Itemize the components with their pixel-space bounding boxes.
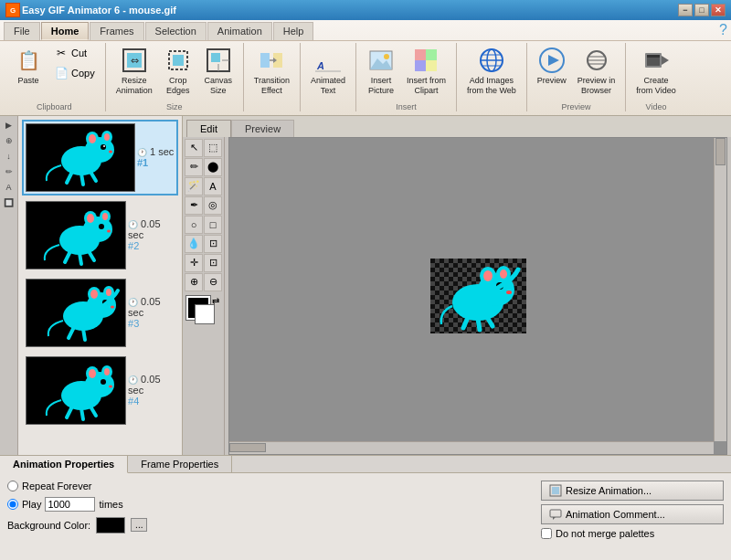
- copy-icon: 📄: [54, 66, 69, 80]
- select-tool[interactable]: ↖: [185, 139, 203, 157]
- text-tool[interactable]: A: [204, 177, 222, 195]
- tool-row-3: 🪄 A: [185, 177, 222, 195]
- tool-row-1: ↖ ⬚: [185, 139, 222, 157]
- bg-color-row: Background Color: ...: [7, 517, 523, 534]
- create-video-button[interactable]: Createfrom Video: [631, 43, 680, 99]
- left-tool-2[interactable]: ⊕: [2, 133, 16, 148]
- scrollbar-thumb-v[interactable]: [715, 138, 726, 165]
- play-radio[interactable]: [7, 499, 18, 510]
- cut-button[interactable]: ✂ Cut: [49, 43, 100, 63]
- repeat-forever-radio[interactable]: [7, 481, 18, 491]
- tab-animation[interactable]: Animation: [207, 22, 272, 40]
- frame-info-1: 🕐 1 sec #1: [137, 146, 174, 168]
- repeat-forever-option[interactable]: Repeat Forever: [7, 481, 523, 491]
- left-tool-6[interactable]: 🔲: [2, 195, 16, 210]
- tab-help[interactable]: Help: [273, 22, 314, 40]
- move-tool[interactable]: ✛: [185, 254, 203, 272]
- resize-label: ResizeAnimation: [116, 76, 153, 96]
- rect-select-tool[interactable]: ⬚: [204, 139, 222, 157]
- tab-edit[interactable]: Edit: [186, 120, 231, 137]
- minimize-button[interactable]: −: [678, 4, 693, 16]
- frames-panel: 🕐 1 sec #1: [18, 116, 183, 455]
- insert-picture-button[interactable]: InsertPicture: [362, 43, 400, 99]
- left-tool-4[interactable]: ✏: [2, 164, 16, 179]
- svg-line-96: [487, 317, 493, 326]
- oval-tool[interactable]: ○: [185, 216, 203, 234]
- frame-item-2[interactable]: 🕐 0.05 sec #2: [22, 197, 178, 273]
- tab-home[interactable]: Home: [41, 22, 90, 40]
- horizontal-scrollbar[interactable]: [229, 441, 714, 454]
- resize-animation-prop-button[interactable]: Resize Animation...: [541, 481, 724, 501]
- paste-button[interactable]: 📋 Paste: [9, 43, 48, 89]
- eyedropper-tool[interactable]: 💧: [185, 235, 203, 253]
- vertical-scrollbar[interactable]: [714, 138, 726, 441]
- properties-panel: Animation Properties Frame Properties Re…: [0, 455, 731, 560]
- tab-preview-canvas[interactable]: Preview: [231, 120, 294, 137]
- line-tool[interactable]: ⬤: [204, 158, 222, 176]
- stamp-tool[interactable]: ⊡: [204, 235, 222, 253]
- zoom-in-tool[interactable]: ⊕: [185, 273, 203, 291]
- svg-line-60: [79, 253, 81, 264]
- eraser-tool[interactable]: ✒: [185, 196, 203, 215]
- background-color[interactable]: [196, 305, 214, 323]
- bg-color-swatch[interactable]: [96, 517, 125, 534]
- window-controls[interactable]: − □ ✕: [678, 4, 726, 16]
- crop-tool[interactable]: ⊡: [204, 254, 222, 272]
- left-tool-1[interactable]: ▶: [2, 118, 16, 132]
- preview-browser-button[interactable]: Preview inBrowser: [573, 43, 620, 99]
- frame-item-1[interactable]: 🕐 1 sec #1: [22, 120, 178, 195]
- left-tool-5[interactable]: A: [2, 180, 16, 195]
- video-buttons: Createfrom Video: [631, 43, 680, 99]
- tab-frames[interactable]: Frames: [90, 22, 143, 40]
- frame-item-3[interactable]: 🕐 0.05 sec #3: [22, 275, 178, 351]
- preview-button[interactable]: Preview: [533, 43, 571, 89]
- close-button[interactable]: ✕: [711, 4, 726, 16]
- tool-row-2: ✏ ⬤: [185, 158, 222, 176]
- resize-animation-button[interactable]: ⇔ ResizeAnimation: [111, 43, 157, 99]
- svg-point-45: [103, 145, 105, 147]
- prop-tab-frame[interactable]: Frame Properties: [128, 456, 232, 472]
- add-images-web-icon: [477, 46, 506, 75]
- rect-tool[interactable]: □: [204, 216, 222, 234]
- animated-text-button[interactable]: A AnimatedText: [306, 43, 350, 99]
- play-times-input[interactable]: [45, 497, 95, 512]
- prop-tab-animation[interactable]: Animation Properties: [0, 456, 128, 473]
- canvas-icon: [204, 46, 233, 75]
- insert-clipart-button[interactable]: Insert fromClipart: [402, 43, 450, 99]
- paste-icon: 📋: [14, 46, 43, 75]
- no-merge-option[interactable]: Do not merge palettes: [541, 528, 724, 539]
- frame-item-4[interactable]: 🕐 0.05 sec #4: [22, 353, 178, 428]
- tab-file[interactable]: File: [4, 22, 40, 40]
- no-merge-checkbox[interactable]: [541, 528, 552, 539]
- left-tool-3[interactable]: ↓: [2, 149, 16, 164]
- transition-effect-button[interactable]: TransitionEffect: [249, 43, 294, 99]
- maximize-button[interactable]: □: [694, 4, 709, 16]
- bg-color-button[interactable]: ...: [131, 518, 147, 532]
- prop-tabs: Animation Properties Frame Properties: [0, 456, 731, 473]
- swap-colors[interactable]: ⇄: [212, 296, 219, 306]
- prop-right: Resize Animation... Animation Comment...…: [541, 481, 724, 539]
- animation-comment-button[interactable]: Animation Comment...: [541, 504, 724, 524]
- fill-tool[interactable]: ◎: [204, 196, 222, 215]
- svg-point-68: [106, 289, 111, 296]
- svg-rect-36: [647, 55, 660, 58]
- svg-marker-28: [548, 55, 559, 66]
- tab-selection[interactable]: Selection: [145, 22, 207, 40]
- web-images-group: Add Imagesfrom the Web: [457, 43, 527, 111]
- tool-row-8: ⊕ ⊖: [185, 273, 222, 291]
- zoom-out-tool[interactable]: ⊖: [204, 273, 222, 291]
- svg-text:⇔: ⇔: [130, 55, 138, 66]
- canvas-size-button[interactable]: CanvasSize: [199, 43, 238, 99]
- copy-button[interactable]: 📄 Copy: [49, 63, 100, 83]
- no-merge-label: Do not merge palettes: [556, 528, 654, 539]
- crop-edges-button[interactable]: CropEdges: [159, 43, 197, 99]
- svg-marker-100: [553, 517, 556, 520]
- toolbox: ↖ ⬚ ✏ ⬤ 🪄 A ✒ ◎: [183, 137, 225, 455]
- draw-tool[interactable]: ✏: [185, 158, 203, 176]
- help-icon[interactable]: ?: [719, 22, 727, 40]
- magic-wand-tool[interactable]: 🪄: [185, 177, 203, 195]
- svg-point-41: [89, 134, 96, 143]
- animated-text-buttons: A AnimatedText: [306, 43, 350, 108]
- scrollbar-thumb-h[interactable]: [229, 443, 266, 452]
- add-images-web-button[interactable]: Add Imagesfrom the Web: [462, 43, 521, 99]
